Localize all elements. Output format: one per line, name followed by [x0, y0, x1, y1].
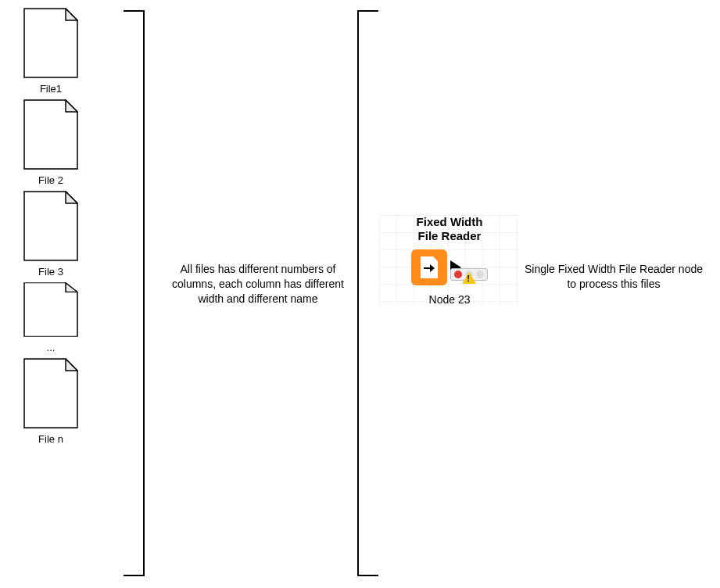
- node-title-line1: Fixed Width: [417, 215, 483, 228]
- file-icon: [23, 358, 78, 428]
- files-ellipsis: ...: [16, 342, 86, 353]
- description-right: Single Fixed Width File Reader node to p…: [524, 262, 704, 292]
- file-label: File 3: [38, 266, 63, 278]
- file-label: File 2: [38, 174, 63, 186]
- file-item: File1: [16, 8, 86, 95]
- node-icon-wrap: [411, 249, 447, 285]
- file-item: File 2: [16, 99, 86, 186]
- bracket-right-icon: [356, 9, 378, 577]
- status-light-green: [476, 271, 484, 278]
- node-title: Fixed Width File Reader: [387, 215, 512, 243]
- files-column: File1 File 2 File 3 ... File n: [16, 8, 86, 450]
- file-label: File1: [40, 83, 62, 95]
- file-label: File n: [38, 433, 63, 445]
- file-item: File 3: [16, 191, 86, 278]
- description-left: All files has different numbers of colum…: [172, 262, 344, 307]
- bracket-left-icon: [124, 9, 145, 577]
- file-item-short: [16, 282, 86, 337]
- file-icon: [23, 191, 78, 261]
- fixed-width-file-reader-node[interactable]: Fixed Width File Reader Node 23: [387, 215, 512, 306]
- file-reader-icon: [411, 249, 447, 285]
- node-id: Node 23: [387, 293, 512, 306]
- file-icon: [23, 282, 78, 337]
- node-title-line2: File Reader: [418, 229, 482, 242]
- file-icon: [23, 8, 78, 78]
- status-light-red: [454, 271, 462, 278]
- warning-icon: [462, 272, 476, 284]
- file-icon: [23, 99, 78, 170]
- file-item: File n: [16, 358, 86, 445]
